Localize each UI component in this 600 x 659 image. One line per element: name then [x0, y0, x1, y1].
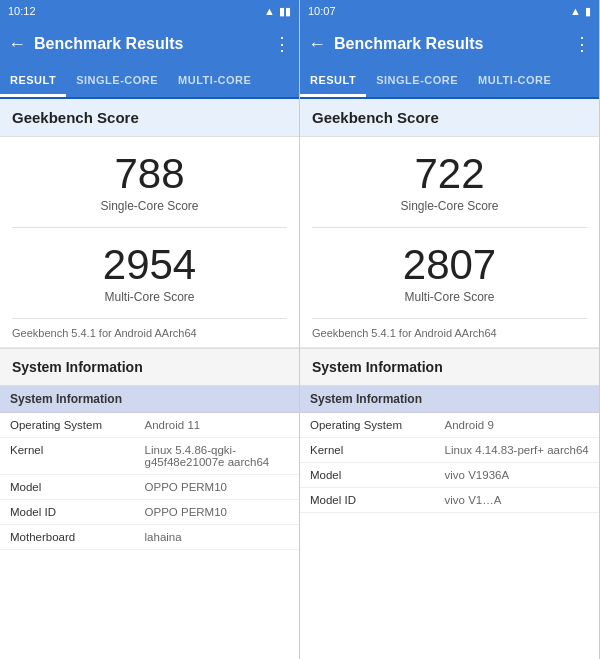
left-more-button[interactable]: ⋮ [273, 33, 291, 55]
right-multi-core-block: 2807 Multi-Core Score [300, 228, 599, 318]
left-tabs: RESULT SINGLE-CORE MULTI-CORE [0, 66, 299, 99]
left-multi-core-block: 2954 Multi-Core Score [0, 228, 299, 318]
left-wifi-icon: ▲ [264, 5, 275, 17]
table-row: Kernel Linux 4.14.83-perf+ aarch64 [300, 438, 599, 463]
left-status-bar: 10:12 ▲ ▮▮ [0, 0, 299, 22]
right-tab-single-core[interactable]: SINGLE-CORE [366, 66, 468, 97]
right-status-bar: 10:07 ▲ ▮ [300, 0, 599, 22]
right-sys-info-header: System Information [300, 386, 599, 413]
right-content: Geekbench Score 722 Single-Core Score 28… [300, 99, 599, 659]
left-tab-single-core[interactable]: SINGLE-CORE [66, 66, 168, 97]
left-status-icons: ▲ ▮▮ [264, 5, 291, 18]
left-content: Geekbench Score 788 Single-Core Score 29… [0, 99, 299, 659]
right-wifi-icon: ▲ [570, 5, 581, 17]
right-toolbar: ← Benchmark Results ⋮ [300, 22, 599, 66]
right-single-core-label: Single-Core Score [308, 199, 591, 213]
right-version-text: Geekbench 5.4.1 for Android AArch64 [300, 319, 599, 348]
right-single-core-score: 722 [308, 151, 591, 197]
right-more-button[interactable]: ⋮ [573, 33, 591, 55]
right-info-table: Operating System Android 9 Kernel Linux … [300, 413, 599, 513]
left-panel: 10:12 ▲ ▮▮ ← Benchmark Results ⋮ RESULT … [0, 0, 300, 659]
right-system-section: System Information [300, 348, 599, 386]
right-toolbar-title: Benchmark Results [334, 35, 565, 53]
left-tab-result[interactable]: RESULT [0, 66, 66, 97]
right-single-core-block: 722 Single-Core Score [300, 137, 599, 227]
table-row: Model ID vivo V1…A [300, 488, 599, 513]
table-row: Model ID OPPO PERM10 [0, 500, 299, 525]
right-multi-core-score: 2807 [308, 242, 591, 288]
table-row: Model vivo V1936A [300, 463, 599, 488]
right-status-icons: ▲ ▮ [570, 5, 591, 18]
left-multi-core-label: Multi-Core Score [8, 290, 291, 304]
right-geekbench-header: Geekbench Score [300, 99, 599, 137]
left-single-core-score: 788 [8, 151, 291, 197]
left-toolbar: ← Benchmark Results ⋮ [0, 22, 299, 66]
left-multi-core-score: 2954 [8, 242, 291, 288]
left-battery-icon: ▮▮ [279, 5, 291, 18]
right-back-button[interactable]: ← [308, 34, 326, 55]
left-info-table: Operating System Android 11 Kernel Linux… [0, 413, 299, 550]
left-sys-info-header: System Information [0, 386, 299, 413]
left-toolbar-title: Benchmark Results [34, 35, 265, 53]
right-multi-core-label: Multi-Core Score [308, 290, 591, 304]
left-version-text: Geekbench 5.4.1 for Android AArch64 [0, 319, 299, 348]
table-row: Model OPPO PERM10 [0, 475, 299, 500]
right-battery-icon: ▮ [585, 5, 591, 18]
table-row: Motherboard lahaina [0, 525, 299, 550]
left-geekbench-header: Geekbench Score [0, 99, 299, 137]
left-tab-multi-core[interactable]: MULTI-CORE [168, 66, 261, 97]
left-time: 10:12 [8, 5, 36, 17]
left-single-core-block: 788 Single-Core Score [0, 137, 299, 227]
right-tab-multi-core[interactable]: MULTI-CORE [468, 66, 561, 97]
right-tabs: RESULT SINGLE-CORE MULTI-CORE [300, 66, 599, 99]
right-time: 10:07 [308, 5, 336, 17]
right-panel: 10:07 ▲ ▮ ← Benchmark Results ⋮ RESULT S… [300, 0, 600, 659]
right-tab-result[interactable]: RESULT [300, 66, 366, 97]
table-row: Operating System Android 11 [0, 413, 299, 438]
table-row: Operating System Android 9 [300, 413, 599, 438]
left-back-button[interactable]: ← [8, 34, 26, 55]
left-system-section: System Information [0, 348, 299, 386]
table-row: Kernel Linux 5.4.86-qgki-g45f48e21007e a… [0, 438, 299, 475]
left-single-core-label: Single-Core Score [8, 199, 291, 213]
